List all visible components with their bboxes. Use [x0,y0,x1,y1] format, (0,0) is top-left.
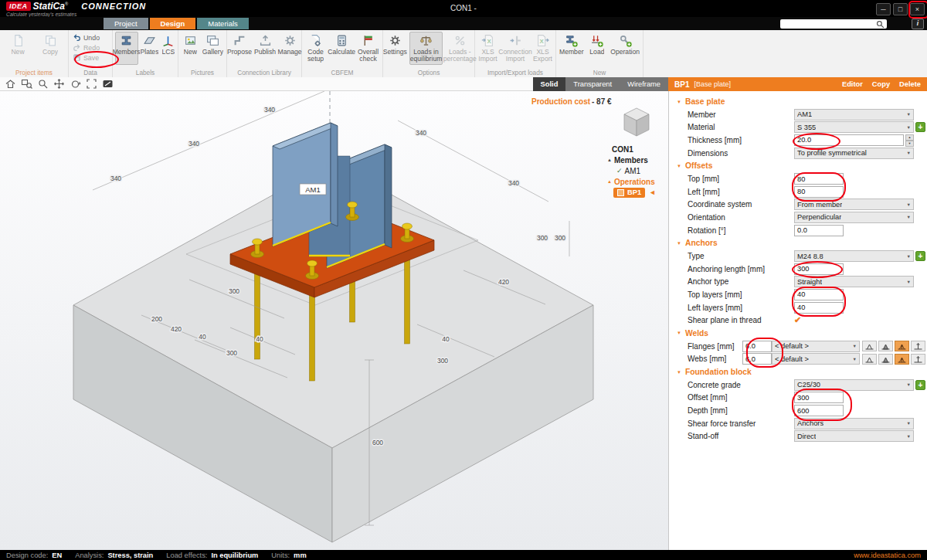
weld-type-butt-icon[interactable] [911,354,925,365]
propose-button[interactable]: Propose [227,32,252,65]
view-mode-wireframe[interactable]: Wireframe [620,77,668,91]
section-offsets[interactable]: ▼Offsets [669,159,927,172]
redo-button[interactable]: Redo [71,42,101,53]
section-base-plate[interactable]: ▼Base plate [669,95,927,108]
save-button[interactable]: Save [71,53,100,63]
new-load-button[interactable]: Load [586,32,609,65]
close-button[interactable]: × [910,3,925,15]
view-mode-transparent[interactable]: Transparent [565,77,620,91]
tree-node-con1[interactable]: CON1 [603,144,667,154]
section-anchors[interactable]: ▼Anchors [669,236,927,249]
orientation-dropdown[interactable]: Perpendicular▼ [794,212,914,223]
weld-type-butt-icon[interactable] [911,341,925,351]
coordinate-system-dropdown[interactable]: From member▼ [794,199,914,210]
anchor-type-dropdown[interactable]: Straight▼ [794,276,914,287]
search-input[interactable] [783,19,876,29]
expand-icon[interactable]: ▲ [607,179,612,184]
weld-type-fillet-icon[interactable] [862,341,877,351]
section-foundation-block[interactable]: ▼Foundation block [669,365,927,378]
gallery-button[interactable]: Gallery [202,32,224,65]
foundation-offset-input[interactable]: 300 [794,392,844,403]
weld-type-double-fillet-icon[interactable] [895,341,909,351]
offset-top-input[interactable]: 80 [794,173,844,185]
overall-check-button[interactable]: Overall check [356,32,380,65]
loads-percentage-button[interactable]: Loads - percentage [444,32,475,65]
info-button[interactable]: i [912,19,924,29]
foundation-depth-input[interactable]: 600 [794,405,844,416]
anchor-assembly-dropdown[interactable]: M24 8.8▼ [794,250,914,262]
rotation-input[interactable]: 0.0 [794,225,844,236]
web-weld-material-dropdown[interactable]: < default >▼ [772,353,860,365]
editor-button[interactable]: Editor [842,80,863,88]
view-cube[interactable] [624,108,649,136]
zoom-window-icon[interactable] [21,78,32,90]
web-weld-size-input[interactable]: 6.0 [742,353,772,365]
copy-operation-button[interactable]: Copy [872,80,890,88]
calculate-button[interactable]: Calculate [328,32,355,65]
shear-force-transfer-dropdown[interactable]: Anchors▼ [794,418,914,429]
tree-node-members[interactable]: ▲ Members [603,154,667,165]
anchoring-length-input[interactable]: 300 [794,263,844,275]
clipping-plane-icon[interactable] [102,78,114,90]
website-link[interactable]: www.ideastatica.com [854,552,921,559]
viewport-3d[interactable]: AM1 340 340 340 340 340 300 300 420 [0,91,668,550]
weld-type-fillet-rear-icon[interactable] [878,354,893,365]
home-view-icon[interactable] [5,78,16,90]
loads-in-equilibrium-toggle[interactable]: Loads in equilibrium [409,32,443,65]
zoom-fit-icon[interactable] [86,78,97,90]
view-mode-solid[interactable]: Solid [533,77,566,91]
tab-project[interactable]: Project [104,18,148,29]
zoom-icon[interactable] [37,78,49,90]
xls-export-button[interactable]: X XLS Export [532,32,553,65]
tree-node-bp1[interactable]: BP1 ◄ [603,187,667,198]
publish-button[interactable]: Publish [253,32,277,65]
add-anchor-type-button[interactable]: + [915,251,925,261]
undo-button[interactable]: Undo [71,32,101,42]
dimensions-dropdown[interactable]: To profile symmetrical▼ [794,148,914,159]
settings-button[interactable]: Settings [382,32,408,65]
concrete-grade-dropdown[interactable]: C25/30▼ [794,379,914,391]
weld-type-double-fillet-icon[interactable] [895,354,909,365]
new-member-button[interactable]: Member [559,32,585,65]
labels-members-toggle[interactable]: Members [115,32,138,65]
members-label-icon [120,34,133,47]
tree-node-am1[interactable]: ✓ AM1 [603,165,667,176]
left-layers-input[interactable]: 40 [794,302,844,314]
offset-left-input[interactable]: 80 [794,186,844,198]
flange-weld-material-dropdown[interactable]: < default >▼ [772,341,860,352]
pan-icon[interactable] [53,78,65,90]
top-layers-input[interactable]: 40 [794,289,844,300]
standoff-dropdown[interactable]: Direct▼ [794,430,914,442]
code-setup-button[interactable]: Code setup [304,32,327,65]
member-tag[interactable]: AM1 [300,184,326,195]
connection-import-button[interactable]: Connection Import [500,32,531,65]
new-project-item-button[interactable]: New [2,32,33,65]
xls-import-button[interactable]: X XLS Import [477,32,498,65]
thickness-stepper[interactable]: ▲▼ [905,134,914,146]
add-material-button[interactable]: + [915,122,925,132]
minimize-button[interactable]: ─ [876,3,891,15]
flange-weld-size-input[interactable]: 6.0 [742,341,772,352]
tree-node-operations[interactable]: ▲ Operations [603,176,667,187]
labels-lcs-toggle[interactable]: LCS [161,32,175,65]
tab-design[interactable]: Design [150,18,196,29]
member-dropdown[interactable]: AM1▼ [794,109,914,120]
delete-operation-button[interactable]: Delete [899,80,921,88]
thickness-input[interactable]: 20.0 [794,134,904,146]
new-picture-button[interactable]: New [181,32,200,65]
weld-type-fillet-rear-icon[interactable] [878,341,893,351]
add-concrete-grade-button[interactable]: + [915,380,925,390]
orbit-rotate-icon[interactable] [70,78,81,90]
manage-button[interactable]: Manage [278,32,301,65]
maximize-button[interactable]: □ [893,3,908,15]
weld-type-fillet-icon[interactable] [862,354,877,365]
labels-plates-toggle[interactable]: Plates [140,32,160,65]
prop-row-rotation: Rotation [°] 0.0 [669,224,927,237]
expand-icon[interactable]: ▲ [607,158,612,162]
section-welds[interactable]: ▼Welds [669,327,927,340]
copy-project-item-button[interactable]: Copy [35,32,66,65]
material-dropdown[interactable]: S 355▼ [794,121,914,133]
shear-plane-checkbox[interactable]: ✔ [794,315,801,325]
tab-materials[interactable]: Materials [197,18,249,29]
new-operation-button[interactable]: Operation [610,32,640,65]
